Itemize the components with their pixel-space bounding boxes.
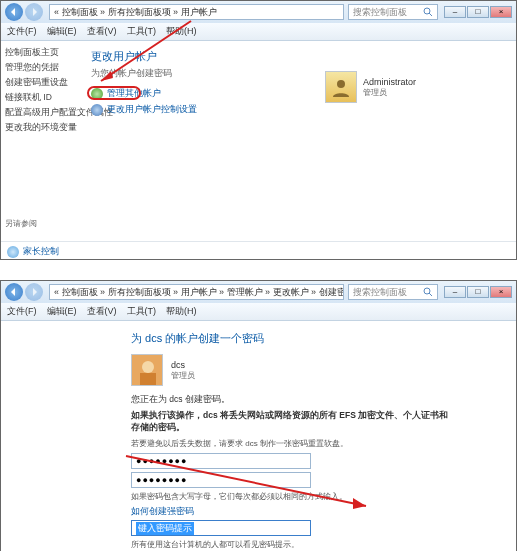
- sidebar-item-resetdisk[interactable]: 创建密码重设盘: [5, 77, 77, 89]
- breadcrumb[interactable]: « 控制面板 » 所有控制面板项 » 用户帐户: [49, 4, 344, 20]
- svg-line-1: [429, 13, 432, 16]
- info-line-2: 如果执行该操作，dcs 将丢失网站或网络资源的所有 EFS 加密文件、个人证书和…: [131, 410, 456, 434]
- sidebar-item-creds[interactable]: 管理您的凭据: [5, 62, 77, 74]
- page-title: 为 dcs 的帐户创建一个密码: [131, 331, 456, 346]
- info-line-4: 如果密码包含大写字母，它们每次都必须以相同的方式输入。: [131, 491, 456, 502]
- user-role: 管理员: [363, 87, 416, 98]
- shield-icon: [91, 88, 103, 100]
- close-button[interactable]: ×: [490, 6, 512, 18]
- search-icon: [423, 7, 433, 17]
- info-line-1: 您正在为 dcs 创建密码。: [131, 394, 456, 406]
- menu-file[interactable]: 文件(F): [7, 25, 37, 38]
- shield-icon: [91, 104, 103, 116]
- menu-edit[interactable]: 编辑(E): [47, 305, 77, 318]
- menu-edit[interactable]: 编辑(E): [47, 25, 77, 38]
- hint-value: 键入密码提示: [136, 522, 194, 535]
- search-icon: [423, 287, 433, 297]
- sidebar: 控制面板主页 管理您的凭据 创建密码重设盘 链接联机 ID 配置高级用户配置文件…: [1, 41, 81, 241]
- search-input[interactable]: 搜索控制面板: [348, 284, 438, 300]
- breadcrumb[interactable]: « 控制面板 » 所有控制面板项 » 用户帐户 » 管理帐户 » 更改帐户 » …: [49, 284, 344, 300]
- nav-forward-button[interactable]: [25, 283, 43, 301]
- see-also-label: 另请参阅: [5, 218, 37, 229]
- menu-bar: 文件(F) 编辑(E) 查看(V) 工具(T) 帮助(H): [1, 303, 516, 321]
- confirm-password-input[interactable]: ●●●●●●●●: [131, 472, 311, 488]
- link-manage-other-accounts[interactable]: 管理其他帐户: [107, 88, 161, 100]
- avatar: [131, 354, 163, 386]
- sidebar-item-env[interactable]: 更改我的环境变量: [5, 122, 77, 134]
- sidebar-item-home[interactable]: 控制面板主页: [5, 47, 77, 59]
- page-title: 更改用户帐户: [91, 49, 506, 64]
- page-subtitle: 为您的帐户创建密码: [91, 68, 506, 80]
- search-input[interactable]: 搜索控制面板: [348, 4, 438, 20]
- user-role: 管理员: [171, 370, 195, 381]
- link-uac-settings[interactable]: 更改用户帐户控制设置: [107, 104, 197, 116]
- menu-help[interactable]: 帮助(H): [166, 305, 197, 318]
- info-line-3: 若要避免以后丢失数据，请要求 dcs 制作一张密码重置软盘。: [131, 438, 456, 449]
- parental-controls-icon: [7, 246, 19, 258]
- menu-tools[interactable]: 工具(T): [127, 25, 157, 38]
- new-password-input[interactable]: ●●●●●●●●: [131, 453, 311, 469]
- nav-back-button[interactable]: [5, 3, 23, 21]
- search-placeholder: 搜索控制面板: [353, 5, 407, 19]
- current-user-card: Administrator 管理员: [325, 71, 416, 103]
- svg-point-2: [337, 80, 345, 88]
- link-strong-password[interactable]: 如何创建强密码: [131, 506, 456, 518]
- menu-tools[interactable]: 工具(T): [127, 305, 157, 318]
- menu-view[interactable]: 查看(V): [87, 25, 117, 38]
- nav-back-button[interactable]: [5, 283, 23, 301]
- sidebar-item-profile[interactable]: 配置高级用户配置文件属性: [5, 107, 77, 119]
- menu-bar: 文件(F) 编辑(E) 查看(V) 工具(T) 帮助(H): [1, 23, 516, 41]
- minimize-button[interactable]: –: [444, 286, 466, 298]
- info-line-5: 所有使用这台计算机的人都可以看见密码提示。: [131, 539, 456, 550]
- minimize-button[interactable]: –: [444, 6, 466, 18]
- password-hint-input[interactable]: 键入密码提示: [131, 520, 311, 536]
- user-name: Administrator: [363, 77, 416, 87]
- avatar: [325, 71, 357, 103]
- svg-line-6: [429, 293, 432, 296]
- menu-help[interactable]: 帮助(H): [166, 25, 197, 38]
- close-button[interactable]: ×: [490, 286, 512, 298]
- search-placeholder: 搜索控制面板: [353, 285, 407, 299]
- nav-forward-button[interactable]: [25, 3, 43, 21]
- sidebar-item-online-id[interactable]: 链接联机 ID: [5, 92, 77, 104]
- menu-view[interactable]: 查看(V): [87, 305, 117, 318]
- link-parental-controls[interactable]: 家长控制: [23, 246, 59, 258]
- menu-file[interactable]: 文件(F): [7, 305, 37, 318]
- user-name: dcs: [171, 360, 195, 370]
- maximize-button[interactable]: □: [467, 6, 489, 18]
- maximize-button[interactable]: □: [467, 286, 489, 298]
